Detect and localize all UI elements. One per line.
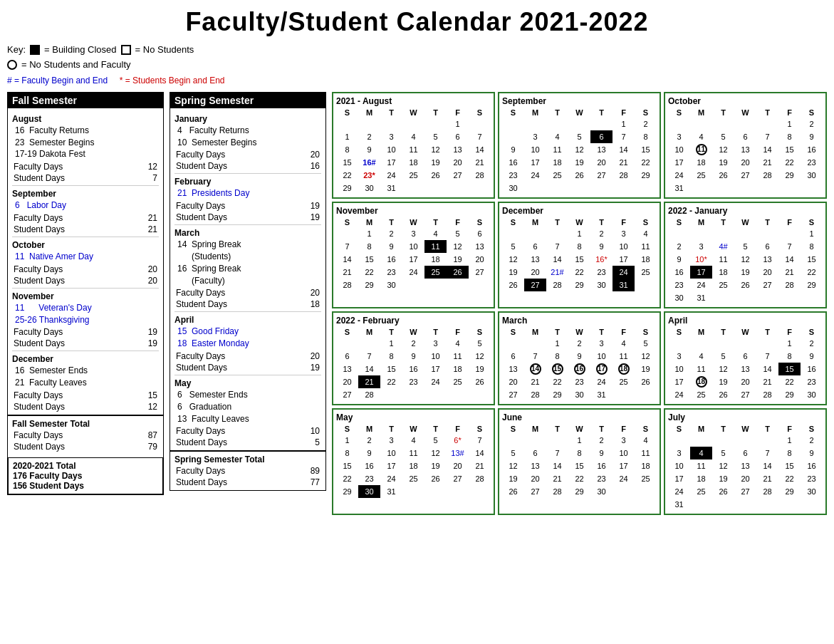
cal-cell: 25 <box>690 388 712 401</box>
cal-cell: 1 <box>380 337 402 350</box>
cal-cell: 9 <box>358 143 380 156</box>
cal-october: October SMTWTFS 12 3456789 10 11 1213141… <box>664 92 827 199</box>
spring-feb-name: February <box>174 177 321 187</box>
calendars-grid: 2021 - August SMTWTFS 1 1234567 89101112… <box>332 92 827 515</box>
cal-cell: 29 <box>778 169 801 182</box>
cal-cell: 20 <box>734 375 756 388</box>
spring-total-stu-val: 77 <box>311 477 320 487</box>
cal-cell: 22 <box>778 156 801 169</box>
cal-hdr: W <box>402 424 424 434</box>
cal-cell-circled: 11 <box>696 144 707 155</box>
cal-hdr: T <box>590 217 613 227</box>
cal-hdr: M <box>690 424 712 434</box>
cal-cell <box>734 118 756 130</box>
cal-hdr: F <box>778 424 801 434</box>
cal-december: December SMTWTFS 1234 567891011 12131415… <box>498 202 661 308</box>
cal-cell: 6 <box>524 447 546 459</box>
cal-cell: 12 <box>424 143 447 156</box>
spring-semester-content: January 4 Faculty Returns 10 Semester Be… <box>170 108 325 451</box>
cal-cell: 4 <box>402 434 424 447</box>
spring-mar-ev1: 14 Spring Break <box>174 239 321 251</box>
spring-may-ev3: 13 Faculty Leaves <box>174 413 321 425</box>
cal-cell: 28 <box>546 485 568 498</box>
spring-mar-fac-val: 20 <box>311 288 320 298</box>
cal-cell: 1 <box>546 337 568 350</box>
spring-may-fac-label: Faculty Days <box>176 426 225 436</box>
cal-cell: 2 <box>801 434 823 447</box>
cal-cell: 9 <box>402 350 424 363</box>
cal-hdr: W <box>568 217 590 227</box>
spring-semester-header: Spring Semester <box>170 93 325 108</box>
cal-cell <box>778 227 801 240</box>
fall-total-section: Fall Semester Total Faculty Days 87 Stud… <box>8 415 163 455</box>
cal-cell: 22 <box>778 472 801 485</box>
cal-cell-circled: 18 <box>618 363 630 375</box>
cal-cell: 23 <box>402 375 424 388</box>
fall-sep-name: September <box>12 189 159 199</box>
cal-cell-black: 21 <box>358 375 380 388</box>
spring-apr-name: April <box>174 315 321 325</box>
cal-cell: 26 <box>502 279 524 291</box>
cal-cell: 11 <box>635 447 657 459</box>
fall-dec-ev1: 16 Semester Ends <box>12 365 159 377</box>
cal-hdr: M <box>358 217 380 227</box>
cal-cell <box>712 337 734 350</box>
cal-hdr: W <box>734 327 756 337</box>
cal-hdr: T <box>712 327 734 337</box>
cal-cell: 19 <box>635 363 657 375</box>
cal-hdr: S <box>469 108 491 118</box>
cal-cell: 14 <box>469 143 491 156</box>
cal-hdr: T <box>590 424 613 434</box>
cal-cell: 12 <box>635 350 657 363</box>
cal-hdr: T <box>756 217 778 227</box>
cal-cell <box>502 130 524 143</box>
cal-cell: 19 <box>469 363 491 375</box>
cal-hdr: T <box>424 217 447 227</box>
cal-cell: 24 <box>668 169 690 182</box>
cal-cell: 12 <box>734 253 756 266</box>
cal-cell <box>524 434 546 447</box>
cal-hdr: T <box>590 108 613 118</box>
cal-cell: 5 <box>635 337 657 350</box>
cal-cell <box>668 337 690 350</box>
cal-cell: 4 <box>690 130 712 143</box>
cal-cell: 1 <box>447 118 469 130</box>
cal-cell: 5 <box>734 240 756 253</box>
fall-sep-fac-label: Faculty Days <box>14 213 63 223</box>
fall-dec-fac-label: Faculty Days <box>14 390 63 400</box>
cal-cell: 16# <box>358 156 380 169</box>
no-students-label: = No Students <box>135 43 194 58</box>
cal-cell: 29 <box>635 169 657 182</box>
cal-cell: 15 <box>358 253 380 266</box>
cal-jun-title: June <box>502 412 657 422</box>
cal-apr-title: April <box>668 316 823 326</box>
cal-cell <box>502 434 524 447</box>
fall-total-fac-label: Faculty Days <box>14 430 63 440</box>
cal-cell: 29 <box>336 182 358 194</box>
cal-cell: 13 <box>469 240 491 253</box>
spring-may-fac-val: 10 <box>311 426 320 436</box>
cal-cell-wrapper: 15 <box>546 363 568 375</box>
cal-cell: 3 <box>380 130 402 143</box>
cal-cell: 7 <box>756 350 778 363</box>
cal-cell: 29 <box>801 279 823 291</box>
cal-cell: 10 <box>613 447 635 459</box>
cal-cell: 3 <box>590 337 613 350</box>
cal-cell: 15 <box>336 156 358 169</box>
cal-cell: 7 <box>469 434 491 447</box>
spring-jan-stu-label: Student Days <box>176 161 227 171</box>
fall-nov-name: November <box>12 291 159 301</box>
cal-cell: 3 <box>668 350 690 363</box>
cal-cell: 11 <box>635 240 657 253</box>
cal-sep-title: September <box>502 96 657 106</box>
cal-hdr: T <box>756 424 778 434</box>
cal-cell: 26 <box>712 169 734 182</box>
cal-oct-title: October <box>668 96 823 106</box>
cal-cell <box>358 337 380 350</box>
cal-september: September SMTWTFS 12 34 567891011 121314… <box>498 92 661 199</box>
grand-total-box: 2020-2021 Total 176 Faculty Days 156 Stu… <box>8 457 163 494</box>
cal-hdr: T <box>712 424 734 434</box>
cal-hdr: W <box>568 424 590 434</box>
cal-cell-black: 25 <box>424 266 447 279</box>
cal-cell: 21 <box>546 472 568 485</box>
